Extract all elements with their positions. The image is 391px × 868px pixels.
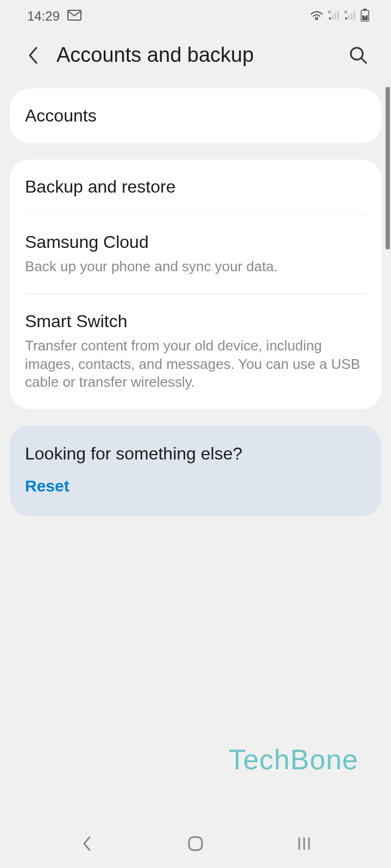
svg-rect-4 bbox=[335, 13, 336, 20]
mail-icon bbox=[67, 9, 81, 24]
nav-back-button[interactable] bbox=[65, 833, 109, 854]
signal-icon-1: R bbox=[328, 10, 340, 23]
svg-point-14 bbox=[351, 48, 363, 60]
accounts-label: Accounts bbox=[25, 106, 366, 126]
svg-rect-3 bbox=[332, 15, 333, 20]
search-icon bbox=[349, 46, 368, 65]
suggestion-title: Looking for something else? bbox=[25, 444, 366, 464]
status-left: 14:29 bbox=[27, 9, 81, 24]
navigation-bar bbox=[0, 819, 391, 868]
samsung-cloud-desc: Back up your phone and sync your data. bbox=[25, 258, 366, 276]
scroll-indicator[interactable] bbox=[386, 87, 390, 250]
chevron-left-icon bbox=[27, 46, 39, 65]
back-button[interactable] bbox=[22, 44, 43, 66]
backup-card: Backup and restore Samsung Cloud Back up… bbox=[10, 159, 381, 409]
signal-icon-2: R bbox=[344, 10, 356, 23]
backup-restore-label: Backup and restore bbox=[25, 177, 366, 197]
reset-link[interactable]: Reset bbox=[25, 477, 366, 495]
accounts-item[interactable]: Accounts bbox=[10, 88, 381, 143]
nav-home-button[interactable] bbox=[174, 833, 217, 854]
page-title: Accounts and backup bbox=[56, 43, 335, 67]
wifi-icon bbox=[310, 10, 324, 23]
smart-switch-item[interactable]: Smart Switch Transfer content from your … bbox=[10, 294, 381, 409]
svg-rect-9 bbox=[351, 13, 352, 20]
header: Accounts and backup bbox=[0, 33, 391, 88]
svg-rect-16 bbox=[189, 837, 202, 850]
nav-recents-button[interactable] bbox=[282, 833, 326, 854]
svg-text:R: R bbox=[328, 10, 331, 15]
clock-text: 14:29 bbox=[27, 9, 60, 24]
svg-rect-5 bbox=[337, 11, 339, 20]
svg-rect-10 bbox=[354, 11, 355, 20]
samsung-cloud-label: Samsung Cloud bbox=[25, 232, 366, 252]
backup-restore-item[interactable]: Backup and restore bbox=[10, 159, 381, 214]
svg-rect-7 bbox=[345, 17, 347, 20]
watermark: TechBone bbox=[229, 743, 358, 776]
battery-icon bbox=[361, 9, 369, 24]
samsung-cloud-item[interactable]: Samsung Cloud Back up your phone and syn… bbox=[10, 215, 381, 293]
svg-rect-2 bbox=[329, 17, 331, 20]
suggestion-card: Looking for something else? Reset bbox=[10, 425, 381, 516]
accounts-card: Accounts bbox=[10, 88, 381, 143]
smart-switch-label: Smart Switch bbox=[25, 311, 366, 331]
nav-home-icon bbox=[187, 835, 204, 852]
smart-switch-desc: Transfer content from your old device, i… bbox=[25, 337, 366, 392]
svg-rect-8 bbox=[348, 15, 350, 20]
status-right: R R bbox=[310, 9, 369, 24]
status-bar: 14:29 R R bbox=[0, 0, 391, 33]
svg-text:R: R bbox=[344, 10, 348, 15]
svg-line-15 bbox=[362, 59, 366, 63]
nav-back-icon bbox=[81, 835, 93, 852]
nav-recents-icon bbox=[297, 836, 312, 851]
search-button[interactable] bbox=[348, 44, 369, 66]
